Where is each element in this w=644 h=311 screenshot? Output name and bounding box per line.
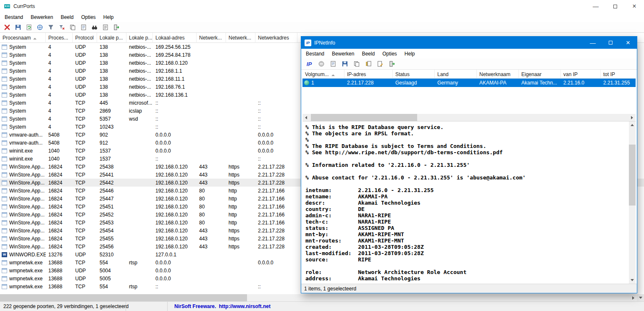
cell-proces-id: 16824: [46, 179, 73, 187]
edit-icon: [377, 61, 384, 67]
cell-netwerkadres: [255, 266, 297, 274]
whois-vertical-scrollbar[interactable]: [629, 121, 636, 284]
column-header-van-ip[interactable]: van IP: [561, 70, 601, 79]
scroll-down-button[interactable]: [629, 277, 636, 284]
minimize-button[interactable]: —: [584, 37, 602, 49]
html-report-button[interactable]: [35, 23, 45, 32]
save-icon: [342, 61, 348, 67]
cell-procesnaam: System: [0, 91, 46, 99]
menu-item[interactable]: Bewerken: [27, 13, 57, 21]
save-button[interactable]: [340, 59, 350, 69]
cell-proces-id: 4: [46, 123, 73, 131]
menu-item[interactable]: Beeld: [358, 50, 379, 58]
scrollbar-thumb[interactable]: [0, 294, 247, 301]
copy-button[interactable]: [68, 23, 78, 32]
cell-netwerkpoort: [197, 266, 226, 274]
maximize-button[interactable]: [602, 37, 619, 49]
currports-titlebar[interactable]: CurrPorts — ×: [0, 0, 644, 13]
cell-protocol: TCP: [73, 227, 97, 235]
menu-item[interactable]: Opties: [379, 50, 401, 58]
column-header-ip-adres[interactable]: IP-adres: [344, 70, 393, 79]
refresh-button[interactable]: [24, 23, 34, 32]
cell-netwerkadres: [255, 274, 297, 282]
cell-lokaal-adres: 192.168.0.120: [153, 211, 197, 219]
menu-item[interactable]: Bestand: [1, 13, 27, 21]
cell-lokale-poort: 5004: [97, 266, 126, 274]
currports-statusbar: 222 geopende poorten, 29 verbindingen, 1…: [0, 301, 644, 311]
menu-item[interactable]: Help: [100, 13, 118, 21]
column-header-lokaal-adres[interactable]: Lokaal-adres: [153, 33, 197, 43]
ip-lookup-button[interactable]: IP: [304, 59, 315, 69]
close-button[interactable]: ×: [625, 0, 644, 13]
column-header-procesnaam[interactable]: Procesnaam: [0, 33, 46, 43]
minimize-button[interactable]: —: [586, 0, 605, 13]
menu-item[interactable]: Help: [401, 50, 419, 58]
result-row-selected[interactable]: 1 2.21.17.228 Geslaagd Germany AKAMAI-PA…: [302, 79, 636, 87]
column-header-protocol[interactable]: Protocol: [73, 33, 97, 43]
save-icon: [15, 24, 21, 31]
cell-netwerkpoortnaam: http: [226, 211, 255, 219]
scroll-right-button[interactable]: [628, 114, 636, 121]
exit-button[interactable]: [387, 59, 397, 69]
scroll-right-button[interactable]: [630, 294, 637, 301]
process-icon: [2, 132, 7, 137]
cell-lokale-poort: 25441: [97, 171, 126, 179]
exit-icon: [113, 24, 120, 31]
cell-lokale-poortnaam: netbios-...: [126, 59, 153, 67]
column-header-lokale-poort[interactable]: Lokale p...: [97, 33, 126, 43]
exit-button[interactable]: [111, 23, 121, 32]
menu-item[interactable]: Bestand: [302, 50, 328, 58]
column-header-volgnummer[interactable]: Volgnum...: [302, 70, 344, 79]
column-header-netwerknaam[interactable]: Netwerknaam: [477, 70, 519, 79]
cell-lokale-poort: 52310: [97, 250, 126, 258]
process-icon: [2, 100, 7, 105]
edit-button[interactable]: [375, 59, 385, 69]
cell-netwerkpoortnaam: [226, 147, 255, 155]
cell-netwerkpoort: 443: [197, 227, 226, 235]
horizontal-scrollbar[interactable]: [0, 294, 644, 301]
cell-proces-id: 16824: [46, 211, 73, 219]
column-header-netwerkpoortnaam[interactable]: Netwerk...: [226, 33, 255, 43]
filter-button[interactable]: [46, 23, 56, 32]
cell-lokale-poort: 25456: [97, 242, 126, 250]
menu-item[interactable]: Beeld: [57, 13, 77, 21]
column-header-proces-id[interactable]: Proces...: [46, 33, 73, 43]
menu-item[interactable]: Bewerken: [328, 50, 358, 58]
result-horizontal-scrollbar[interactable]: [302, 114, 636, 121]
properties-button[interactable]: [79, 23, 89, 32]
find-button[interactable]: [89, 23, 100, 32]
close-button[interactable]: ×: [619, 37, 637, 49]
delete-button[interactable]: [2, 23, 12, 32]
report-button[interactable]: [100, 23, 110, 32]
column-header-netwerkpoort[interactable]: Netwerk...: [197, 33, 226, 43]
column-header-lokale-poortnaam[interactable]: Lokale p...: [126, 33, 153, 43]
scroll-up-button[interactable]: [629, 121, 636, 129]
cell-netwerkadres: [255, 51, 297, 59]
column-header-status[interactable]: Status: [393, 70, 435, 79]
properties-button[interactable]: [328, 59, 338, 69]
copy-button[interactable]: [352, 59, 362, 69]
ipnetinfo-titlebar[interactable]: IP IPNetInfo — ×: [301, 37, 637, 49]
menu-item[interactable]: Opties: [77, 13, 100, 21]
process-icon: [2, 148, 7, 153]
column-header-netwerkadres[interactable]: Netwerkadres: [255, 33, 297, 43]
scrollbar-thumb[interactable]: [629, 145, 636, 206]
cell-lokaal-adres: 192.168.136.1: [153, 91, 197, 99]
cell-netwerkpoort: [197, 155, 226, 163]
clear-filter-button[interactable]: [57, 23, 67, 32]
copy-icon: [69, 24, 76, 31]
cell-netwerkpoort: [197, 274, 226, 282]
scroll-left-button[interactable]: [302, 114, 310, 121]
column-header-land[interactable]: Land: [435, 70, 477, 79]
save-button[interactable]: [13, 23, 23, 32]
maximize-button[interactable]: [605, 0, 625, 13]
cell-lokale-poortnaam: [126, 203, 153, 211]
cell-lokaal-adres: 192.168.0.120: [153, 227, 197, 235]
column-header-eigenaar[interactable]: Eigenaar: [519, 70, 561, 79]
cell-netwerkpoort: [197, 107, 226, 115]
scrollbar-thumb[interactable]: [311, 114, 417, 121]
nirsoft-freeware-link[interactable]: NirSoft Freeware. http://www.nirsoft.net: [168, 302, 644, 311]
paste-button[interactable]: [363, 59, 373, 69]
column-header-tot-ip[interactable]: tot IP: [601, 70, 636, 79]
stop-button[interactable]: [316, 59, 326, 69]
